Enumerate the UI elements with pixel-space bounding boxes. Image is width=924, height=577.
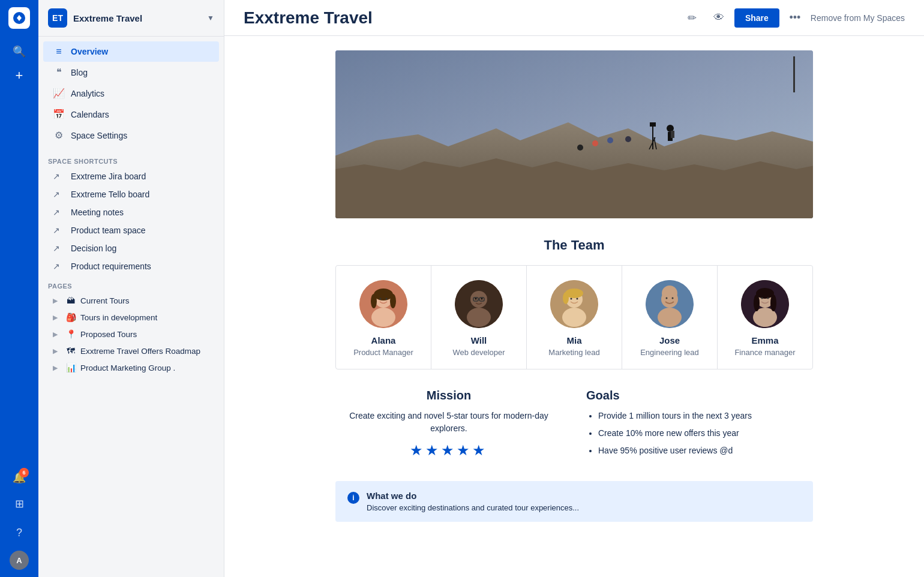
member-name: Emma [751, 335, 778, 345]
team-member-emma: Emma Finance manager [718, 266, 812, 369]
member-role: Web developer [452, 348, 505, 357]
apps-icon[interactable]: ⊞ [8, 493, 30, 515]
svg-point-42 [666, 297, 668, 299]
calendars-icon: 📅 [53, 109, 65, 120]
sidebar-item-blog[interactable]: ❝ Blog [43, 62, 219, 83]
page-exxtreme-travel-offers[interactable]: ▶ 🗺 Exxtreme Travel Offers Roadmap [43, 342, 219, 359]
sidebar-header: ET Exxtreme Travel ▼ [38, 0, 224, 37]
shortcut-label: Decision log [71, 244, 116, 253]
share-button[interactable]: Share [734, 8, 779, 28]
shortcut-label: Meeting notes [71, 208, 124, 217]
team-grid: Alana Product Manager [335, 265, 813, 369]
svg-point-30 [481, 298, 483, 300]
create-icon[interactable]: + [8, 65, 30, 86]
svg-point-33 [562, 308, 586, 327]
page-current-tours[interactable]: ▶ 🏔 Current Tours [43, 292, 219, 309]
svg-point-19 [371, 294, 377, 308]
watch-button[interactable]: 👁 [708, 7, 730, 29]
expand-arrow-icon: ▶ [53, 347, 61, 355]
shortcut-label: Exxtreme Tello board [71, 190, 149, 199]
page-product-marketing-group[interactable]: ▶ 📊 Product Marketing Group . [43, 359, 219, 376]
page-tours-in-development[interactable]: ▶ 🎒 Tours in development [43, 309, 219, 326]
member-name: Jose [659, 335, 680, 345]
shortcut-tello-board[interactable]: ↗ Exxtreme Tello board [43, 185, 219, 203]
svg-point-50 [761, 297, 763, 299]
more-actions-button[interactable]: ••• [784, 7, 806, 29]
sidebar-item-analytics[interactable]: 📈 Analytics [43, 83, 219, 104]
sidebar-item-label: Overview [71, 47, 108, 56]
svg-point-43 [672, 297, 674, 299]
member-avatar-mia [550, 280, 598, 328]
what-we-do-content: What we do Discover exciting destination… [367, 491, 579, 512]
svg-point-37 [577, 298, 578, 300]
space-menu-chevron[interactable]: ▼ [207, 14, 214, 22]
page-label: Exxtreme Travel Offers Roadmap [80, 347, 200, 356]
page-label: Current Tours [80, 296, 130, 305]
svg-point-4 [577, 145, 583, 151]
svg-point-21 [380, 298, 382, 300]
member-name: Will [471, 335, 487, 345]
external-link-icon: ↗ [53, 262, 65, 271]
what-we-do-text: Discover exciting destinations and curat… [367, 503, 579, 512]
svg-point-51 [767, 297, 769, 299]
user-avatar[interactable]: A [10, 551, 29, 570]
svg-point-36 [571, 298, 572, 300]
svg-point-48 [754, 294, 760, 311]
team-section: The Team [335, 238, 813, 369]
shortcut-product-team-space[interactable]: ↗ Product team space [43, 221, 219, 239]
shortcut-label: Exxtreme Jira board [71, 172, 146, 181]
sidebar-item-overview[interactable]: ≡ Overview [43, 41, 219, 62]
what-we-do-section: i What we do Discover exciting destinati… [335, 481, 813, 522]
space-icon: ET [48, 8, 67, 28]
page-emoji-icon: 📊 [65, 363, 77, 372]
app-logo[interactable] [8, 7, 30, 29]
sidebar: ET Exxtreme Travel ▼ ≡ Overview ❝ Blog 📈… [38, 0, 224, 577]
svg-point-41 [662, 286, 677, 301]
member-role: Engineering lead [640, 348, 699, 357]
svg-point-6 [607, 137, 613, 143]
page-content: The Team [316, 50, 832, 558]
page-label: Product Marketing Group . [80, 363, 175, 372]
team-member-mia: Mia Marketing lead [527, 266, 622, 369]
svg-point-25 [467, 308, 491, 327]
svg-point-49 [770, 294, 776, 311]
remove-from-spaces-link[interactable]: Remove from My Spaces [811, 13, 905, 23]
notifications-button[interactable]: 🔔 6 [8, 467, 30, 488]
svg-point-18 [374, 288, 393, 300]
sidebar-item-space-settings[interactable]: ⚙ Space Settings [43, 125, 219, 146]
page-label: Proposed Tours [80, 330, 137, 339]
shortcut-jira-board[interactable]: ↗ Exxtreme Jira board [43, 167, 219, 185]
member-avatar-jose [646, 280, 694, 328]
mission-text: Create exciting and novel 5-star tours f… [335, 410, 562, 435]
member-name: Alana [371, 335, 396, 345]
help-icon[interactable]: ? [8, 522, 30, 543]
team-member-alana: Alana Product Manager [336, 266, 431, 369]
external-link-icon: ↗ [53, 172, 65, 181]
shortcut-product-requirements[interactable]: ↗ Product requirements [43, 257, 219, 275]
svg-point-7 [625, 136, 631, 142]
page-proposed-tours[interactable]: ▶ 📍 Proposed Tours [43, 326, 219, 342]
shortcut-label: Product requirements [71, 262, 151, 271]
sidebar-item-calendars[interactable]: 📅 Calendars [43, 104, 219, 125]
top-bar-actions: ✏ 👁 Share ••• Remove from My Spaces [682, 7, 905, 29]
edit-button[interactable]: ✏ [682, 7, 703, 29]
member-role: Marketing lead [548, 348, 599, 357]
member-avatar-emma [741, 280, 789, 328]
svg-point-17 [371, 308, 395, 327]
external-link-icon: ↗ [53, 208, 65, 217]
page-emoji-icon: 🏔 [65, 296, 77, 305]
search-icon[interactable]: 🔍 [8, 41, 30, 62]
page-label: Tours in development [80, 313, 157, 322]
shortcuts-list: ↗ Exxtreme Jira board ↗ Exxtreme Tello b… [38, 167, 224, 275]
shortcut-decision-log[interactable]: ↗ Decision log [43, 239, 219, 257]
svg-point-35 [563, 292, 569, 304]
hero-image [335, 50, 813, 218]
member-name: Mia [566, 335, 581, 345]
shortcut-meeting-notes[interactable]: ↗ Meeting notes [43, 203, 219, 221]
expand-arrow-icon: ▶ [53, 314, 61, 321]
member-avatar-alana [359, 280, 407, 328]
mission-column: Mission Create exciting and novel 5-star… [335, 389, 562, 462]
sidebar-nav: ≡ Overview ❝ Blog 📈 Analytics 📅 Calendar… [38, 37, 224, 151]
sidebar-item-label: Analytics [71, 89, 104, 98]
goal-item: Have 95% positive user reviews @d [598, 444, 813, 457]
